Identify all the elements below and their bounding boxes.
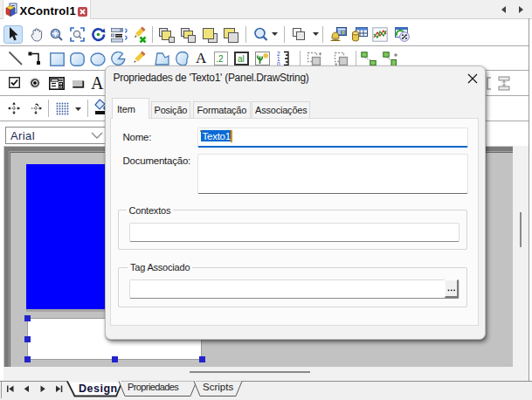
svg-text:.2: .2 (216, 54, 224, 64)
svg-text:al: al (238, 54, 245, 64)
